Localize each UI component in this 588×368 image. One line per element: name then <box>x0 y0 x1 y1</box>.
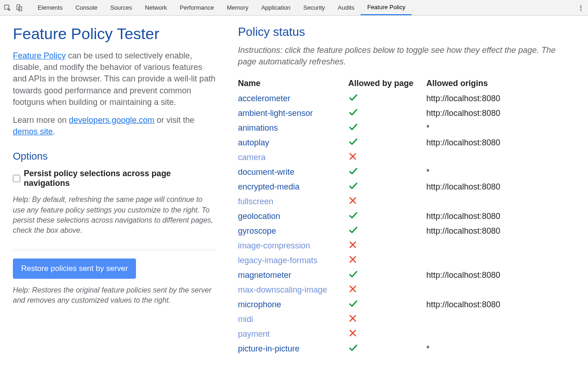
check-icon <box>348 137 426 149</box>
check-icon <box>348 166 426 178</box>
policy-origins: * <box>426 344 575 354</box>
policy-name-camera[interactable]: camera <box>238 153 348 162</box>
more-icon[interactable]: ⋮ <box>578 4 584 11</box>
col-allowed: Allowed by page <box>348 79 426 88</box>
persist-help: Help: By default, refreshing the same pa… <box>13 195 216 236</box>
policy-row: microphonehttp://localhost:8080 <box>238 297 575 312</box>
options-heading: Options <box>13 150 216 162</box>
tab-security[interactable]: Security <box>297 0 331 15</box>
tab-performance[interactable]: Performance <box>173 0 220 15</box>
cross-icon <box>348 314 426 325</box>
intro-text: Feature Policy can be used to selectivel… <box>13 50 216 108</box>
policy-name-midi[interactable]: midi <box>238 315 348 324</box>
tab-application[interactable]: Application <box>255 0 297 15</box>
policy-row: fullscreen <box>238 194 575 209</box>
learn-more-text: Learn more on developers.google.com or v… <box>13 115 216 138</box>
policy-origins: http://localhost:8080 <box>426 182 575 192</box>
policy-name-magnetometer[interactable]: magnetometer <box>238 270 348 280</box>
tab-elements[interactable]: Elements <box>31 0 69 15</box>
devtools-toolbar: ElementsConsoleSourcesNetworkPerformance… <box>0 0 588 16</box>
learn-prefix: Learn more on <box>13 115 69 125</box>
tab-network[interactable]: Network <box>139 0 174 15</box>
policy-origins: http://localhost:8080 <box>426 300 575 310</box>
tab-sources[interactable]: Sources <box>104 0 139 15</box>
devtools-tabs: ElementsConsoleSourcesNetworkPerformance… <box>31 0 412 15</box>
policy-row: encrypted-mediahttp://localhost:8080 <box>238 179 575 194</box>
cross-icon <box>348 284 426 296</box>
page-title: Feature Policy Tester <box>13 25 216 43</box>
cross-icon <box>348 328 426 340</box>
restore-button[interactable]: Restore policies sent by server <box>13 259 136 279</box>
policy-name-image-compression[interactable]: image-compression <box>238 241 348 251</box>
policy-row: image-compression <box>238 238 575 253</box>
policy-row: autoplayhttp://localhost:8080 <box>238 135 575 150</box>
tab-memory[interactable]: Memory <box>220 0 255 15</box>
col-origins: Allowed origins <box>426 79 575 88</box>
learn-suffix: . <box>53 127 55 136</box>
check-icon <box>348 181 426 193</box>
check-icon <box>348 269 426 282</box>
learn-mid: or visit the <box>154 115 194 125</box>
policy-origins: * <box>426 167 575 177</box>
policy-table-header: Name Allowed by page Allowed origins <box>238 76 575 91</box>
tab-feature-policy[interactable]: Feature Policy <box>361 0 412 15</box>
policy-name-legacy-image-formats[interactable]: legacy-image-formats <box>238 256 348 265</box>
policy-name-fullscreen[interactable]: fullscreen <box>238 197 348 207</box>
persist-label[interactable]: Persist policy selections across page na… <box>24 169 216 188</box>
policy-row: magnetometerhttp://localhost:8080 <box>238 268 575 282</box>
policy-origins: http://localhost:8080 <box>426 270 575 280</box>
policy-origins: http://localhost:8080 <box>426 109 575 118</box>
check-icon <box>348 299 426 311</box>
policy-row: picture-in-picture* <box>238 341 575 356</box>
tab-console[interactable]: Console <box>69 0 104 15</box>
col-name: Name <box>238 79 348 88</box>
policy-name-encrypted-media[interactable]: encrypted-media <box>238 182 348 192</box>
policy-origins: http://localhost:8080 <box>426 94 575 104</box>
restore-help: Help: Restores the original feature poli… <box>13 285 216 306</box>
persist-checkbox[interactable] <box>13 175 20 182</box>
policy-row: accelerometerhttp://localhost:8080 <box>238 91 575 106</box>
policy-row: camera <box>238 150 575 165</box>
policy-name-gyroscope[interactable]: gyroscope <box>238 226 348 236</box>
policy-name-microphone[interactable]: microphone <box>238 300 348 310</box>
policy-row: midi <box>238 312 575 327</box>
tab-audits[interactable]: Audits <box>331 0 361 15</box>
right-panel: Policy status Instructions: click the fe… <box>225 16 588 368</box>
policy-name-accelerometer[interactable]: accelerometer <box>238 94 348 104</box>
policy-row: legacy-image-formats <box>238 253 575 268</box>
check-icon <box>348 225 426 237</box>
policy-name-geolocation[interactable]: geolocation <box>238 212 348 221</box>
cross-icon <box>348 196 426 207</box>
policy-row: payment <box>238 327 575 341</box>
check-icon <box>348 107 426 120</box>
divider <box>13 250 216 250</box>
cross-icon <box>348 152 426 163</box>
feature-policy-link[interactable]: Feature Policy <box>13 51 66 60</box>
check-icon <box>348 122 426 134</box>
policy-origins: http://localhost:8080 <box>426 212 575 221</box>
policy-name-max-downscaling-image[interactable]: max-downscaling-image <box>238 285 348 295</box>
policy-name-payment[interactable]: payment <box>238 329 348 339</box>
policy-name-ambient-light-sensor[interactable]: ambient-light-sensor <box>238 109 348 118</box>
inspect-icon[interactable] <box>4 4 11 12</box>
developers-link[interactable]: developers.google.com <box>69 115 154 125</box>
device-toggle-icon[interactable] <box>16 4 23 12</box>
cross-icon <box>348 240 426 252</box>
left-panel: Feature Policy Tester Feature Policy can… <box>0 16 225 368</box>
demos-link[interactable]: demos site <box>13 127 53 136</box>
policy-row: document-write* <box>238 165 575 179</box>
policy-row: max-downscaling-image <box>238 282 575 297</box>
policy-name-document-write[interactable]: document-write <box>238 167 348 177</box>
policy-name-picture-in-picture[interactable]: picture-in-picture <box>238 344 348 354</box>
instructions: Instructions: click the feature polices … <box>238 45 575 68</box>
policy-row: gyroscopehttp://localhost:8080 <box>238 224 575 238</box>
check-icon <box>348 92 426 105</box>
cross-icon <box>348 255 426 266</box>
check-icon <box>348 210 426 223</box>
policy-origins: http://localhost:8080 <box>426 138 575 148</box>
policy-name-autoplay[interactable]: autoplay <box>238 138 348 148</box>
policy-row: ambient-light-sensorhttp://localhost:808… <box>238 106 575 121</box>
policy-name-animations[interactable]: animations <box>238 123 348 133</box>
policy-origins: * <box>426 123 575 133</box>
check-icon <box>348 343 426 355</box>
